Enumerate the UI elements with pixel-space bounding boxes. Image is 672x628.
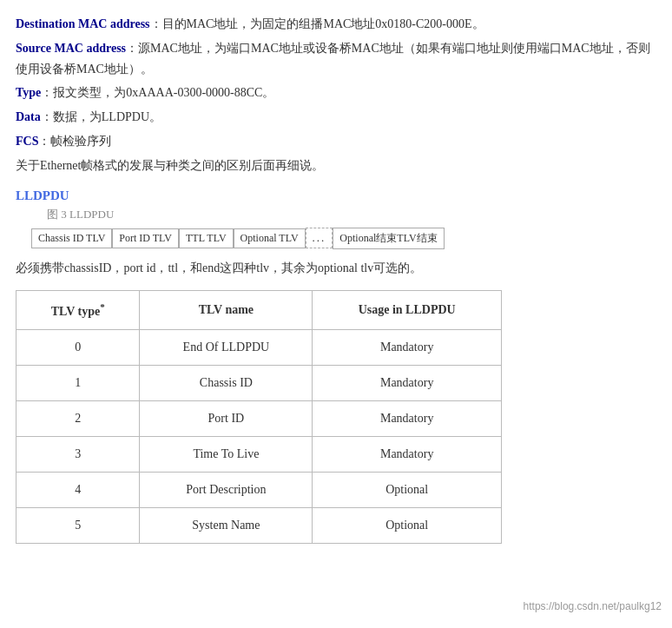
label-1: Source MAC address [16,42,126,55]
col-header-usage: Usage in LLDPDU [313,291,502,330]
cell-type-5: 5 [16,508,140,544]
tlv-box-optional: Optional TLV [234,228,306,248]
tlv-diagram: Chassis ID TLV Port ID TLV TTL TLV Optio… [31,228,656,249]
diagram-label: 图 3 LLDPDU [47,207,656,222]
paragraph-0: Destination MAC address：目的MAC地址，为固定的组播MA… [16,14,656,35]
label-2: Type [16,86,41,99]
paragraph-2: Type：报文类型，为0xAAAA-0300-0000-88CC。 [16,83,656,103]
label-3: Data [16,110,41,123]
cell-name-5: System Name [140,508,313,544]
paragraph-1: Source MAC address：源MAC地址，为端口MAC地址或设备桥MA… [16,38,656,80]
text-3: ：数据，为LLDPDU。 [41,110,161,123]
text-0: ：目的MAC地址，为固定的组播MAC地址0x0180-C200-000E。 [150,17,484,30]
paragraph-3: Data：数据，为LLDPDU。 [16,107,656,128]
cell-name-0: End Of LLDPDU [140,330,313,366]
cell-name-4: Port Description [140,473,313,508]
cell-usage-2: Mandatory [313,401,502,437]
paragraph-4: FCS：帧检验序列 [16,131,656,152]
label-4: FCS [16,135,38,148]
col-header-name: TLV name [140,291,313,330]
cell-usage-5: Optional [313,508,502,544]
text-2: ：报文类型，为0xAAAA-0300-0000-88CC。 [41,86,274,99]
tlv-box-end: Optional结束TLV结束 [333,228,444,249]
cell-usage-3: Mandatory [313,437,502,473]
tlv-box-port: Port ID TLV [112,228,179,248]
table-row: 5 System Name Optional [16,508,502,544]
tlv-table: TLV type* TLV name Usage in LLDPDU 0 End… [16,290,502,544]
description-text: 必须携带chassisID，port id，ttl，和end这四种tlv，其余为… [16,258,656,279]
table-row: 1 Chassis ID Mandatory [16,366,502,401]
cell-name-1: Chassis ID [140,366,313,401]
tlv-dots: ... [306,228,333,248]
cell-type-1: 1 [16,366,140,401]
text-4: ：帧检验序列 [38,135,111,148]
label-0: Destination MAC address [16,17,150,30]
tlv-box-chassis: Chassis ID TLV [31,228,112,248]
cell-usage-4: Optional [313,473,502,508]
table-row: 4 Port Description Optional [16,473,502,508]
cell-usage-0: Mandatory [313,330,502,366]
cell-name-2: Port ID [140,401,313,437]
table-row: 0 End Of LLDPDU Mandatory [16,330,502,366]
table-row: 3 Time To Live Mandatory [16,437,502,473]
cell-type-4: 4 [16,473,140,508]
cell-type-3: 3 [16,437,140,473]
cell-usage-1: Mandatory [313,366,502,401]
col-header-type: TLV type* [16,291,140,330]
cell-type-2: 2 [16,401,140,437]
section-title: LLDPDU [16,188,656,203]
tlv-box-ttl: TTL TLV [179,228,234,248]
cell-type-0: 0 [16,330,140,366]
cell-name-3: Time To Live [140,437,313,473]
note-text: 关于Ethernet帧格式的发展与种类之间的区别后面再细说。 [16,155,656,176]
table-row: 2 Port ID Mandatory [16,401,502,437]
